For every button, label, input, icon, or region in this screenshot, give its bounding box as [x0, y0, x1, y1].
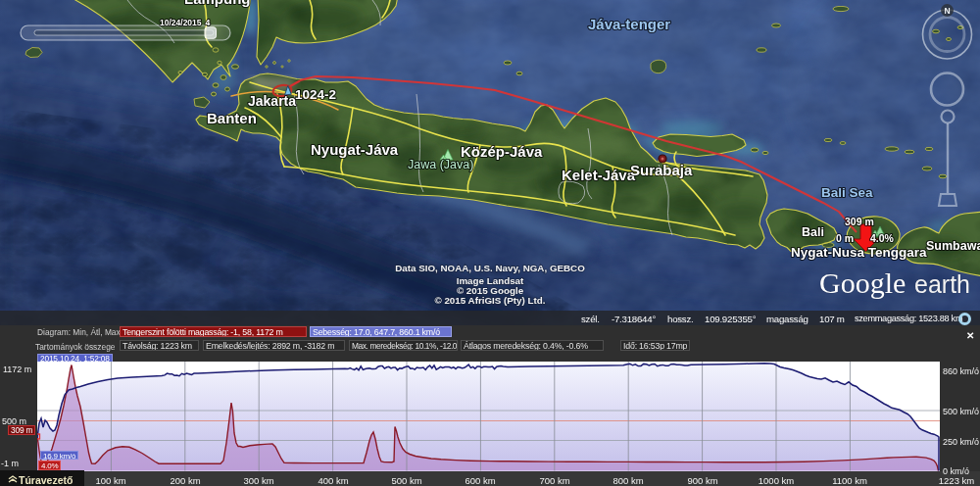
svg-text:Bali Sea: Bali Sea	[821, 185, 873, 200]
svg-text:Google: Google	[819, 267, 906, 299]
svg-text:Bali: Bali	[802, 225, 824, 239]
svg-text:10/24/2015: 10/24/2015	[160, 18, 202, 27]
svg-text:Jakarta: Jakarta	[248, 93, 296, 109]
svg-text:4: 4	[206, 18, 211, 27]
svg-text:Kelet-Jáva: Kelet-Jáva	[562, 167, 636, 183]
svg-text:Surabaja: Surabaja	[630, 162, 693, 178]
svg-text:Jawa (Java): Jawa (Java)	[408, 158, 473, 171]
svg-text:N: N	[944, 6, 950, 16]
svg-text:1024-2: 1024-2	[295, 87, 336, 102]
svg-text:Nyugat-Jáva: Nyugat-Jáva	[311, 141, 399, 158]
svg-text:Nygat-Nusa Tenggara: Nygat-Nusa Tenggara	[791, 245, 927, 260]
svg-text:Sumbawa: Sumbawa	[926, 239, 980, 253]
svg-text:0 m: 0 m	[836, 232, 854, 244]
svg-text:Banten: Banten	[207, 110, 257, 126]
svg-text:© 2015 AfriGIS (Pty) Ltd.: © 2015 AfriGIS (Pty) Ltd.	[434, 295, 545, 306]
svg-text:Jáva-tenger: Jáva-tenger	[588, 16, 670, 32]
svg-text:4.0%: 4.0%	[870, 232, 895, 244]
svg-text:309 m: 309 m	[845, 216, 874, 227]
svg-text:Közép-Jáva: Közép-Jáva	[461, 143, 543, 160]
svg-text:Lampung: Lampung	[184, 0, 251, 7]
svg-text:earth: earth	[914, 270, 970, 298]
svg-text:Data SIO, NOAA, U.S. Navy, NGA: Data SIO, NOAA, U.S. Navy, NGA, GEBCO	[395, 263, 585, 273]
